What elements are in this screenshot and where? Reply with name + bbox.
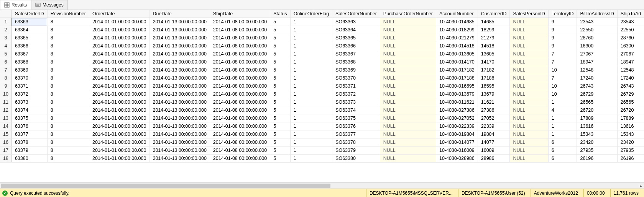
cell[interactable]: 1: [290, 82, 332, 90]
cell[interactable]: 2014-01-13 00:00:00.000: [150, 74, 210, 82]
cell[interactable]: 23543: [577, 18, 617, 26]
cell[interactable]: 63371: [12, 82, 47, 90]
table-row[interactable]: 86337082014-01-01 00:00:00.0002014-01-13…: [0, 74, 644, 82]
cell[interactable]: 2014-01-13 00:00:00.000: [150, 26, 210, 34]
column-header[interactable]: CustomerID: [478, 10, 510, 18]
cell[interactable]: 17889: [617, 114, 644, 122]
cell[interactable]: 2014-01-08 00:00:00.000: [210, 122, 270, 130]
cell[interactable]: NULL: [510, 18, 548, 26]
column-header[interactable]: AccountNumber: [436, 10, 478, 18]
cell[interactable]: 63375: [12, 114, 47, 122]
cell[interactable]: 2014-01-01 00:00:00.000: [89, 26, 150, 34]
cell[interactable]: 10-4030-021279: [436, 34, 478, 42]
cell[interactable]: 26720: [577, 106, 617, 114]
row-number[interactable]: 7: [0, 66, 12, 74]
cell[interactable]: NULL: [380, 114, 436, 122]
cell[interactable]: 2014-01-13 00:00:00.000: [150, 90, 210, 98]
cell[interactable]: 16300: [617, 42, 644, 50]
cell[interactable]: 2014-01-08 00:00:00.000: [210, 130, 270, 138]
cell[interactable]: 1: [290, 50, 332, 58]
cell[interactable]: 5: [270, 155, 290, 163]
cell[interactable]: 27067: [617, 50, 644, 58]
cell[interactable]: 9: [548, 26, 577, 34]
cell[interactable]: 2014-01-08 00:00:00.000: [210, 18, 270, 26]
cell[interactable]: 2014-01-13 00:00:00.000: [150, 66, 210, 74]
cell[interactable]: 2014-01-08 00:00:00.000: [210, 114, 270, 122]
cell[interactable]: 63367: [12, 50, 47, 58]
cell[interactable]: 63380: [12, 155, 47, 163]
column-header[interactable]: BillToAddressID: [577, 10, 617, 18]
cell[interactable]: 5: [270, 74, 290, 82]
cell[interactable]: 63366: [12, 42, 47, 50]
row-number[interactable]: 4: [0, 42, 12, 50]
tab-messages[interactable]: Messages: [31, 0, 68, 10]
cell[interactable]: 1: [548, 122, 577, 130]
cell[interactable]: 26729: [577, 90, 617, 98]
cell[interactable]: 26743: [617, 82, 644, 90]
cell[interactable]: NULL: [380, 50, 436, 58]
cell[interactable]: 27386: [478, 106, 510, 114]
cell[interactable]: 10-4030-019804: [436, 130, 478, 138]
table-row[interactable]: 146337682014-01-01 00:00:00.0002014-01-1…: [0, 122, 644, 130]
cell[interactable]: SO63375: [332, 114, 380, 122]
row-number[interactable]: 17: [0, 147, 12, 155]
cell[interactable]: 1: [290, 147, 332, 155]
cell[interactable]: 2014-01-08 00:00:00.000: [210, 34, 270, 42]
cell[interactable]: 2014-01-13 00:00:00.000: [150, 106, 210, 114]
cell[interactable]: 22550: [577, 26, 617, 34]
cell[interactable]: 10-4030-013605: [436, 50, 478, 58]
results-grid-container[interactable]: ▴ SalesOrderIDRevisionNumberOrderDateDue…: [0, 10, 644, 182]
cell[interactable]: NULL: [510, 66, 548, 74]
cell[interactable]: 2014-01-01 00:00:00.000: [89, 74, 150, 82]
cell[interactable]: 8: [47, 26, 89, 34]
cell[interactable]: 2014-01-13 00:00:00.000: [150, 42, 210, 50]
cell[interactable]: 7: [548, 74, 577, 82]
cell[interactable]: 8: [47, 82, 89, 90]
column-header[interactable]: TerritoryID: [548, 10, 577, 18]
cell[interactable]: NULL: [380, 147, 436, 155]
table-row[interactable]: 186338082014-01-01 00:00:00.0002014-01-1…: [0, 155, 644, 163]
cell[interactable]: 8: [47, 98, 89, 106]
cell[interactable]: 15343: [617, 130, 644, 138]
cell[interactable]: 5: [270, 66, 290, 74]
cell[interactable]: 10-4030-017182: [436, 66, 478, 74]
table-row[interactable]: 76336982014-01-01 00:00:00.0002014-01-13…: [0, 66, 644, 74]
cell[interactable]: 2014-01-01 00:00:00.000: [89, 106, 150, 114]
cell[interactable]: 19804: [478, 130, 510, 138]
cell[interactable]: 1: [290, 26, 332, 34]
cell[interactable]: 1: [290, 66, 332, 74]
cell[interactable]: 10-4030-014170: [436, 58, 478, 66]
cell[interactable]: 2014-01-13 00:00:00.000: [150, 114, 210, 122]
table-row[interactable]: 166337882014-01-01 00:00:00.0002014-01-1…: [0, 138, 644, 147]
scrollbar-thumb[interactable]: [1, 184, 330, 188]
cell[interactable]: 2014-01-01 00:00:00.000: [89, 130, 150, 138]
cell[interactable]: 5: [270, 138, 290, 147]
table-row[interactable]: 26336482014-01-01 00:00:00.0002014-01-13…: [0, 26, 644, 34]
cell[interactable]: SO63378: [332, 138, 380, 147]
cell[interactable]: 2014-01-01 00:00:00.000: [89, 138, 150, 147]
cell[interactable]: 13679: [478, 90, 510, 98]
cell[interactable]: 2014-01-13 00:00:00.000: [150, 155, 210, 163]
cell[interactable]: 63374: [12, 106, 47, 114]
cell[interactable]: 10-4030-014077: [436, 138, 478, 147]
cell[interactable]: 27067: [577, 50, 617, 58]
cell[interactable]: 10-4030-028986: [436, 155, 478, 163]
cell[interactable]: 8: [47, 106, 89, 114]
cell[interactable]: 27935: [617, 147, 644, 155]
cell[interactable]: 2014-01-01 00:00:00.000: [89, 155, 150, 163]
cell[interactable]: NULL: [510, 155, 548, 163]
table-row[interactable]: 136337582014-01-01 00:00:00.0002014-01-1…: [0, 114, 644, 122]
cell[interactable]: 2014-01-08 00:00:00.000: [210, 155, 270, 163]
cell[interactable]: SO63377: [332, 130, 380, 138]
cell[interactable]: NULL: [380, 74, 436, 82]
cell[interactable]: 63373: [12, 98, 47, 106]
cell[interactable]: NULL: [510, 130, 548, 138]
table-row[interactable]: 126337482014-01-01 00:00:00.0002014-01-1…: [0, 106, 644, 114]
cell[interactable]: SO63379: [332, 147, 380, 155]
cell[interactable]: 1: [290, 106, 332, 114]
cell[interactable]: 2014-01-13 00:00:00.000: [150, 18, 210, 26]
cell[interactable]: 5: [270, 82, 290, 90]
cell[interactable]: 5: [270, 50, 290, 58]
cell[interactable]: 5: [270, 122, 290, 130]
cell[interactable]: 63370: [12, 74, 47, 82]
